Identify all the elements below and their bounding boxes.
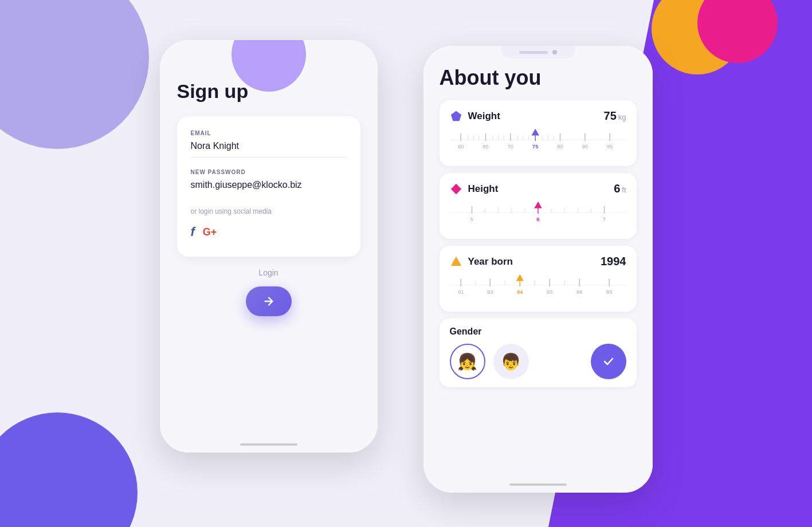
phone-signup: Sign up EMAIL Nora Knight NEW PASSWORD s… bbox=[160, 40, 378, 453]
weight-header: Weight 75 kg bbox=[450, 109, 626, 123]
svg-text:95: 95 bbox=[606, 143, 613, 150]
year-born-value: 1994 bbox=[601, 255, 626, 268]
svg-marker-46 bbox=[450, 256, 461, 266]
next-button[interactable] bbox=[246, 286, 292, 316]
phone2-content: About you Weight 75 kg bbox=[423, 46, 653, 493]
weight-icon bbox=[450, 110, 462, 123]
year-ruler[interactable]: 91 93 94 95 96 85 bbox=[450, 274, 626, 302]
svg-marker-0 bbox=[450, 111, 461, 120]
gender-female[interactable]: 👧 bbox=[450, 344, 485, 379]
year-born-left: Year born bbox=[450, 255, 513, 268]
confirm-button[interactable] bbox=[591, 344, 626, 379]
social-icons: f G+ bbox=[191, 225, 347, 239]
height-label: Height bbox=[468, 183, 499, 195]
gender-section: Gender 👧 👦 bbox=[440, 318, 637, 387]
checkmark-icon bbox=[602, 355, 615, 368]
arrow-right-icon bbox=[262, 295, 275, 308]
height-ruler[interactable]: 5 6 7 bbox=[450, 201, 626, 230]
login-link[interactable]: Login bbox=[177, 268, 360, 277]
svg-text:90: 90 bbox=[582, 143, 588, 150]
home-indicator bbox=[240, 443, 297, 446]
svg-text:65: 65 bbox=[483, 143, 489, 150]
svg-text:75: 75 bbox=[532, 143, 538, 150]
facebook-icon[interactable]: f bbox=[191, 225, 195, 239]
scene: Sign up EMAIL Nora Knight NEW PASSWORD s… bbox=[0, 0, 812, 527]
about-title: About you bbox=[440, 66, 637, 90]
notch bbox=[501, 46, 575, 58]
weight-label: Weight bbox=[468, 111, 500, 122]
svg-text:85: 85 bbox=[606, 289, 612, 295]
phone1-content: Sign up EMAIL Nora Knight NEW PASSWORD s… bbox=[160, 40, 378, 453]
male-emoji: 👦 bbox=[501, 352, 521, 371]
svg-text:7: 7 bbox=[602, 216, 605, 222]
weight-value: 75 kg bbox=[604, 109, 626, 123]
notch-speaker bbox=[519, 51, 548, 54]
female-emoji: 👧 bbox=[457, 352, 477, 371]
year-ruler-svg: 91 93 94 95 96 85 bbox=[450, 274, 626, 299]
height-left: Height bbox=[450, 183, 499, 195]
svg-text:80: 80 bbox=[557, 143, 563, 150]
svg-marker-21 bbox=[531, 129, 539, 136]
email-label: EMAIL bbox=[191, 130, 347, 136]
svg-text:60: 60 bbox=[457, 143, 464, 150]
gender-male[interactable]: 👦 bbox=[493, 344, 529, 379]
phone-about: About you Weight 75 kg bbox=[423, 46, 653, 493]
weight-ruler-svg: 60 65 70 75 80 90 95 bbox=[450, 128, 626, 154]
gender-title: Gender bbox=[450, 327, 626, 337]
weight-left: Weight bbox=[450, 110, 500, 123]
notch-camera bbox=[552, 50, 557, 54]
svg-marker-42 bbox=[534, 202, 542, 209]
year-born-card: Year born 1994 bbox=[440, 246, 637, 312]
home-indicator-2 bbox=[509, 483, 567, 486]
svg-marker-58 bbox=[516, 274, 523, 281]
year-born-icon bbox=[450, 255, 462, 268]
social-divider: or login using social media bbox=[191, 207, 347, 215]
height-value: 6 ft bbox=[614, 182, 626, 195]
svg-text:96: 96 bbox=[576, 289, 582, 295]
year-born-header: Year born 1994 bbox=[450, 255, 626, 268]
height-ruler-svg: 5 6 7 bbox=[450, 201, 626, 226]
password-value[interactable]: smith.giuseppe@klocko.biz bbox=[191, 180, 347, 196]
gender-row: 👧 👦 bbox=[450, 344, 626, 379]
height-icon bbox=[450, 183, 462, 195]
gender-options: 👧 👦 bbox=[450, 344, 529, 379]
svg-marker-29 bbox=[450, 183, 461, 194]
weight-ruler[interactable]: 60 65 70 75 80 90 95 bbox=[450, 128, 626, 157]
email-value[interactable]: Nora Knight bbox=[191, 141, 347, 158]
weight-card: Weight 75 kg bbox=[440, 100, 637, 166]
height-header: Height 6 ft bbox=[450, 182, 626, 195]
year-born-label: Year born bbox=[468, 256, 513, 268]
svg-text:5: 5 bbox=[470, 216, 473, 222]
svg-text:91: 91 bbox=[457, 289, 464, 295]
svg-text:93: 93 bbox=[487, 289, 493, 295]
password-label: NEW PASSWORD bbox=[191, 169, 347, 175]
height-card: Height 6 ft bbox=[440, 173, 637, 239]
svg-text:95: 95 bbox=[546, 289, 552, 295]
form-card: EMAIL Nora Knight NEW PASSWORD smith.giu… bbox=[177, 116, 360, 257]
svg-text:94: 94 bbox=[516, 289, 523, 295]
svg-text:70: 70 bbox=[507, 143, 513, 150]
svg-text:6: 6 bbox=[536, 216, 539, 222]
google-icon[interactable]: G+ bbox=[203, 226, 217, 238]
